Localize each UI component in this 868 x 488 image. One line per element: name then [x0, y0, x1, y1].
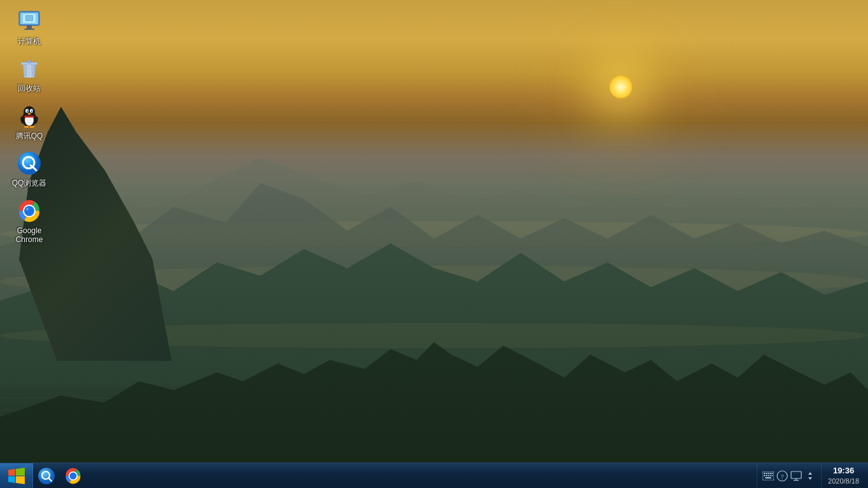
svg-rect-42	[766, 473, 767, 474]
svg-rect-4	[24, 29, 34, 30]
svg-rect-44	[770, 473, 771, 474]
qqbrowser-icon-label: QQ浏览器	[12, 179, 47, 187]
tray-icons: ?	[757, 463, 821, 489]
svg-rect-8	[27, 60, 31, 63]
svg-marker-58	[808, 477, 812, 480]
svg-rect-41	[764, 473, 765, 474]
svg-point-25	[29, 126, 34, 128]
svg-rect-48	[768, 475, 769, 476]
desktop-icons: 计算机	[0, 0, 58, 253]
qqbrowser-icon	[17, 151, 42, 176]
svg-rect-46	[764, 475, 765, 476]
qq-icon-label: 腾讯QQ	[16, 132, 43, 140]
keyboard-tray-icon[interactable]	[763, 470, 774, 482]
chrome-icon	[17, 198, 42, 224]
qq-icon	[17, 104, 42, 129]
taskbar: ?	[0, 463, 868, 488]
svg-point-20	[32, 111, 32, 111]
help-tray-icon[interactable]: ?	[776, 470, 788, 482]
svg-point-34	[26, 208, 29, 210]
system-tray: ?	[757, 463, 868, 489]
svg-rect-26	[24, 116, 34, 118]
taskbar-qqbrowser-icon[interactable]	[34, 463, 59, 489]
clock-time: 19:36	[833, 465, 854, 477]
svg-rect-49	[770, 475, 771, 476]
svg-text:?: ?	[781, 473, 784, 480]
windows-logo-icon	[8, 468, 25, 484]
svg-rect-3	[27, 25, 32, 29]
sun	[609, 75, 633, 99]
svg-rect-54	[791, 471, 801, 478]
svg-rect-50	[771, 475, 773, 476]
svg-point-18	[31, 110, 33, 112]
svg-rect-47	[766, 475, 767, 476]
svg-rect-6	[26, 16, 32, 20]
svg-rect-51	[765, 477, 771, 478]
recycle-bin-icon	[17, 56, 42, 81]
svg-rect-43	[768, 473, 769, 474]
desktop-icon-computer[interactable]: 计算机	[6, 6, 52, 48]
desktop-icon-chrome[interactable]: GoogleChrome	[6, 196, 52, 247]
svg-point-19	[27, 111, 28, 111]
expand-tray-icon[interactable]	[804, 470, 816, 482]
svg-marker-57	[808, 472, 812, 475]
svg-point-21	[28, 112, 31, 114]
clock-date: 2020/8/18	[828, 477, 859, 486]
start-button[interactable]	[0, 463, 33, 489]
svg-point-35	[38, 468, 55, 484]
desktop-icon-qq[interactable]: 腾讯QQ	[6, 101, 52, 143]
svg-point-17	[27, 110, 29, 112]
computer-icon-label: 计算机	[18, 37, 41, 46]
svg-rect-45	[771, 473, 773, 474]
chrome-icon-label: GoogleChrome	[16, 226, 43, 245]
desktop: 计算机	[0, 0, 868, 488]
desktop-icon-recycle[interactable]: 回收站	[6, 53, 52, 95]
taskbar-chrome-icon[interactable]	[60, 463, 86, 489]
recycle-icon-label: 回收站	[18, 84, 41, 93]
svg-point-27	[18, 152, 41, 175]
svg-point-24	[24, 126, 29, 128]
svg-point-39	[70, 472, 77, 479]
display-tray-icon[interactable]	[790, 470, 802, 482]
desktop-icon-qqbrowser[interactable]: QQ浏览器	[6, 148, 52, 190]
clock[interactable]: 19:36 2020/8/18	[821, 463, 865, 489]
computer-icon	[17, 9, 42, 34]
